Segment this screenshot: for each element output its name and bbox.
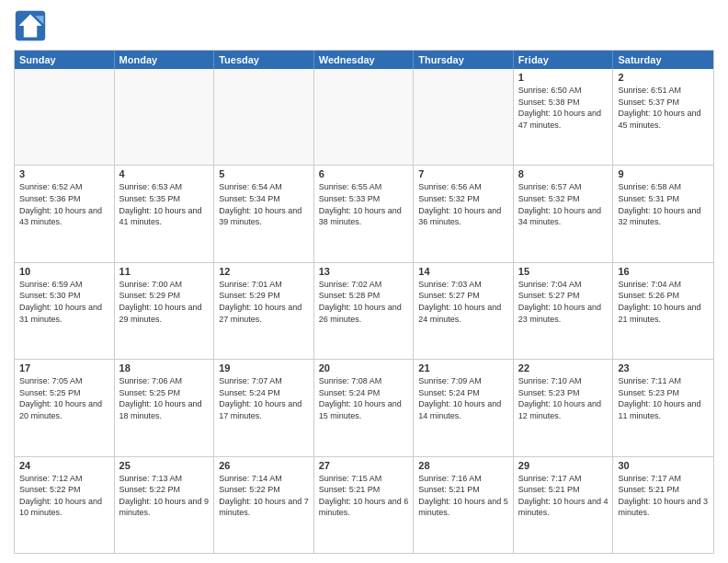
cal-cell: 29Sunrise: 7:17 AMSunset: 5:21 PMDayligh… bbox=[514, 457, 614, 553]
day-number: 12 bbox=[219, 266, 309, 277]
cal-cell: 12Sunrise: 7:01 AMSunset: 5:29 PMDayligh… bbox=[214, 263, 314, 359]
day-info: Sunrise: 6:56 AMSunset: 5:32 PMDaylight:… bbox=[418, 181, 508, 227]
day-number: 30 bbox=[618, 460, 709, 471]
cal-cell: 21Sunrise: 7:09 AMSunset: 5:24 PMDayligh… bbox=[414, 360, 514, 455]
day-number: 22 bbox=[518, 362, 609, 373]
day-header-tuesday: Tuesday bbox=[214, 51, 314, 69]
day-info: Sunrise: 7:15 AMSunset: 5:21 PMDaylight:… bbox=[319, 473, 409, 519]
day-header-thursday: Thursday bbox=[414, 51, 514, 69]
header bbox=[14, 9, 714, 42]
calendar-header: SundayMondayTuesdayWednesdayThursdayFrid… bbox=[15, 51, 713, 69]
cal-cell: 14Sunrise: 7:03 AMSunset: 5:27 PMDayligh… bbox=[414, 263, 514, 359]
logo bbox=[14, 9, 49, 42]
day-info: Sunrise: 6:52 AMSunset: 5:36 PMDaylight:… bbox=[19, 181, 109, 227]
day-number: 17 bbox=[19, 362, 109, 373]
day-info: Sunrise: 7:04 AMSunset: 5:27 PMDaylight:… bbox=[518, 279, 609, 325]
day-info: Sunrise: 6:53 AMSunset: 5:35 PMDaylight:… bbox=[119, 181, 210, 227]
day-number: 19 bbox=[219, 362, 309, 373]
day-number: 1 bbox=[518, 72, 609, 83]
cal-cell: 20Sunrise: 7:08 AMSunset: 5:24 PMDayligh… bbox=[314, 360, 415, 455]
day-info: Sunrise: 7:09 AMSunset: 5:24 PMDaylight:… bbox=[418, 375, 508, 421]
cal-cell bbox=[414, 69, 514, 165]
day-number: 5 bbox=[219, 168, 309, 179]
cal-cell: 24Sunrise: 7:12 AMSunset: 5:22 PMDayligh… bbox=[15, 457, 115, 553]
cal-cell: 5Sunrise: 6:54 AMSunset: 5:34 PMDaylight… bbox=[214, 166, 314, 261]
day-number: 13 bbox=[319, 266, 409, 277]
day-header-sunday: Sunday bbox=[15, 51, 115, 69]
day-info: Sunrise: 7:07 AMSunset: 5:24 PMDaylight:… bbox=[219, 375, 309, 421]
day-header-friday: Friday bbox=[514, 51, 614, 69]
cal-cell: 7Sunrise: 6:56 AMSunset: 5:32 PMDaylight… bbox=[414, 166, 514, 261]
day-number: 4 bbox=[119, 168, 210, 179]
day-info: Sunrise: 7:17 AMSunset: 5:21 PMDaylight:… bbox=[518, 473, 609, 519]
cal-cell: 27Sunrise: 7:15 AMSunset: 5:21 PMDayligh… bbox=[314, 457, 415, 553]
day-info: Sunrise: 7:01 AMSunset: 5:29 PMDaylight:… bbox=[219, 279, 309, 325]
day-info: Sunrise: 6:59 AMSunset: 5:30 PMDaylight:… bbox=[19, 279, 109, 325]
day-number: 25 bbox=[119, 460, 210, 471]
day-info: Sunrise: 7:03 AMSunset: 5:27 PMDaylight:… bbox=[418, 279, 508, 325]
day-info: Sunrise: 6:58 AMSunset: 5:31 PMDaylight:… bbox=[618, 181, 709, 227]
cal-cell: 25Sunrise: 7:13 AMSunset: 5:22 PMDayligh… bbox=[115, 457, 215, 553]
day-number: 28 bbox=[418, 460, 508, 471]
day-info: Sunrise: 7:08 AMSunset: 5:24 PMDaylight:… bbox=[319, 375, 409, 421]
day-info: Sunrise: 7:00 AMSunset: 5:29 PMDaylight:… bbox=[119, 279, 210, 325]
day-number: 7 bbox=[418, 168, 508, 179]
cal-cell bbox=[115, 69, 215, 165]
week-row-0: 1Sunrise: 6:50 AMSunset: 5:38 PMDaylight… bbox=[15, 69, 713, 165]
logo-icon bbox=[14, 9, 47, 42]
day-info: Sunrise: 7:10 AMSunset: 5:23 PMDaylight:… bbox=[518, 375, 609, 421]
day-info: Sunrise: 6:57 AMSunset: 5:32 PMDaylight:… bbox=[518, 181, 609, 227]
day-number: 14 bbox=[418, 266, 508, 277]
cal-cell: 28Sunrise: 7:16 AMSunset: 5:21 PMDayligh… bbox=[414, 457, 514, 553]
cal-cell: 26Sunrise: 7:14 AMSunset: 5:22 PMDayligh… bbox=[214, 457, 314, 553]
day-number: 27 bbox=[319, 460, 409, 471]
day-number: 11 bbox=[119, 266, 210, 277]
day-info: Sunrise: 7:05 AMSunset: 5:25 PMDaylight:… bbox=[19, 375, 109, 421]
day-header-saturday: Saturday bbox=[613, 51, 713, 69]
cal-cell: 1Sunrise: 6:50 AMSunset: 5:38 PMDaylight… bbox=[514, 69, 614, 165]
week-row-3: 17Sunrise: 7:05 AMSunset: 5:25 PMDayligh… bbox=[15, 359, 713, 455]
cal-cell: 17Sunrise: 7:05 AMSunset: 5:25 PMDayligh… bbox=[15, 360, 115, 455]
cal-cell bbox=[15, 69, 115, 165]
day-number: 3 bbox=[19, 168, 109, 179]
cal-cell: 16Sunrise: 7:04 AMSunset: 5:26 PMDayligh… bbox=[613, 263, 713, 359]
day-info: Sunrise: 7:16 AMSunset: 5:21 PMDaylight:… bbox=[418, 473, 508, 519]
page: SundayMondayTuesdayWednesdayThursdayFrid… bbox=[0, 0, 728, 563]
day-number: 24 bbox=[19, 460, 109, 471]
cal-cell: 6Sunrise: 6:55 AMSunset: 5:33 PMDaylight… bbox=[314, 166, 415, 261]
cal-cell bbox=[314, 69, 415, 165]
cal-cell: 2Sunrise: 6:51 AMSunset: 5:37 PMDaylight… bbox=[613, 69, 713, 165]
cal-cell bbox=[214, 69, 314, 165]
cal-cell: 10Sunrise: 6:59 AMSunset: 5:30 PMDayligh… bbox=[15, 263, 115, 359]
cal-cell: 13Sunrise: 7:02 AMSunset: 5:28 PMDayligh… bbox=[314, 263, 415, 359]
day-number: 23 bbox=[618, 362, 709, 373]
day-number: 6 bbox=[319, 168, 409, 179]
day-number: 16 bbox=[618, 266, 709, 277]
day-header-wednesday: Wednesday bbox=[314, 51, 415, 69]
day-info: Sunrise: 6:50 AMSunset: 5:38 PMDaylight:… bbox=[518, 85, 609, 131]
cal-cell: 11Sunrise: 7:00 AMSunset: 5:29 PMDayligh… bbox=[115, 263, 215, 359]
day-info: Sunrise: 6:51 AMSunset: 5:37 PMDaylight:… bbox=[618, 85, 709, 131]
day-number: 20 bbox=[319, 362, 409, 373]
day-number: 15 bbox=[518, 266, 609, 277]
day-number: 29 bbox=[518, 460, 609, 471]
cal-cell: 9Sunrise: 6:58 AMSunset: 5:31 PMDaylight… bbox=[613, 166, 713, 261]
day-number: 26 bbox=[219, 460, 309, 471]
day-info: Sunrise: 7:12 AMSunset: 5:22 PMDaylight:… bbox=[19, 473, 109, 519]
day-number: 9 bbox=[618, 168, 709, 179]
cal-cell: 15Sunrise: 7:04 AMSunset: 5:27 PMDayligh… bbox=[514, 263, 614, 359]
day-info: Sunrise: 6:55 AMSunset: 5:33 PMDaylight:… bbox=[319, 181, 409, 227]
day-info: Sunrise: 7:04 AMSunset: 5:26 PMDaylight:… bbox=[618, 279, 709, 325]
cal-cell: 3Sunrise: 6:52 AMSunset: 5:36 PMDaylight… bbox=[15, 166, 115, 261]
cal-cell: 30Sunrise: 7:17 AMSunset: 5:21 PMDayligh… bbox=[613, 457, 713, 553]
day-number: 2 bbox=[618, 72, 709, 83]
cal-cell: 4Sunrise: 6:53 AMSunset: 5:35 PMDaylight… bbox=[115, 166, 215, 261]
day-number: 8 bbox=[518, 168, 609, 179]
day-info: Sunrise: 7:13 AMSunset: 5:22 PMDaylight:… bbox=[119, 473, 210, 519]
cal-cell: 19Sunrise: 7:07 AMSunset: 5:24 PMDayligh… bbox=[214, 360, 314, 455]
day-info: Sunrise: 7:02 AMSunset: 5:28 PMDaylight:… bbox=[319, 279, 409, 325]
calendar: SundayMondayTuesdayWednesdayThursdayFrid… bbox=[14, 50, 714, 554]
cal-cell: 22Sunrise: 7:10 AMSunset: 5:23 PMDayligh… bbox=[514, 360, 614, 455]
day-info: Sunrise: 7:17 AMSunset: 5:21 PMDaylight:… bbox=[618, 473, 709, 519]
day-info: Sunrise: 7:11 AMSunset: 5:23 PMDaylight:… bbox=[618, 375, 709, 421]
